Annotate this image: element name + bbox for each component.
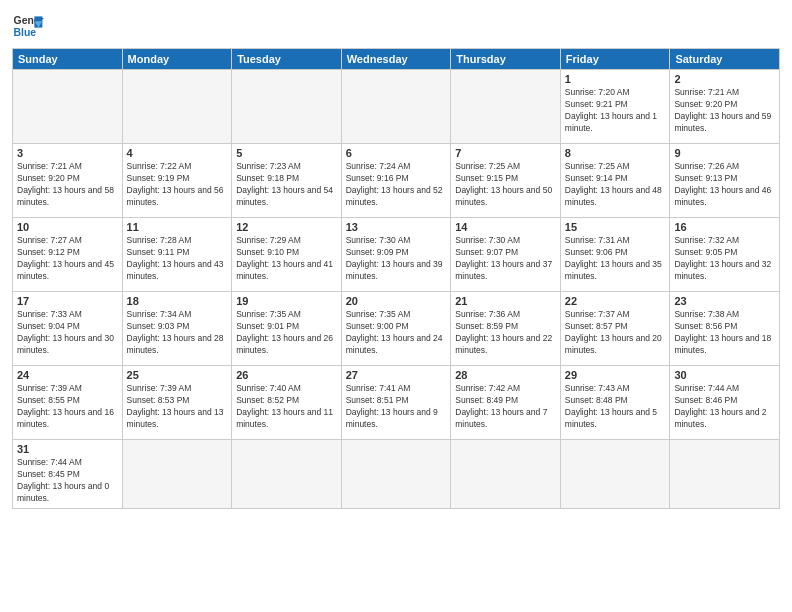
day-info: Sunrise: 7:20 AMSunset: 9:21 PMDaylight:… (565, 87, 666, 135)
calendar-cell: 24Sunrise: 7:39 AMSunset: 8:55 PMDayligh… (13, 366, 123, 440)
calendar-cell (232, 70, 342, 144)
day-number: 30 (674, 369, 775, 381)
calendar-cell: 13Sunrise: 7:30 AMSunset: 9:09 PMDayligh… (341, 218, 451, 292)
day-info: Sunrise: 7:27 AMSunset: 9:12 PMDaylight:… (17, 235, 118, 283)
day-number: 12 (236, 221, 337, 233)
calendar-cell: 29Sunrise: 7:43 AMSunset: 8:48 PMDayligh… (560, 366, 670, 440)
week-row-2: 3Sunrise: 7:21 AMSunset: 9:20 PMDaylight… (13, 144, 780, 218)
weekday-header-friday: Friday (560, 49, 670, 70)
calendar-cell (451, 70, 561, 144)
calendar-cell (451, 440, 561, 509)
day-number: 20 (346, 295, 447, 307)
day-info: Sunrise: 7:34 AMSunset: 9:03 PMDaylight:… (127, 309, 228, 357)
calendar-cell: 3Sunrise: 7:21 AMSunset: 9:20 PMDaylight… (13, 144, 123, 218)
day-info: Sunrise: 7:25 AMSunset: 9:14 PMDaylight:… (565, 161, 666, 209)
day-info: Sunrise: 7:23 AMSunset: 9:18 PMDaylight:… (236, 161, 337, 209)
day-number: 29 (565, 369, 666, 381)
day-info: Sunrise: 7:30 AMSunset: 9:07 PMDaylight:… (455, 235, 556, 283)
calendar-cell (13, 70, 123, 144)
day-number: 5 (236, 147, 337, 159)
calendar-cell: 6Sunrise: 7:24 AMSunset: 9:16 PMDaylight… (341, 144, 451, 218)
calendar-cell: 1Sunrise: 7:20 AMSunset: 9:21 PMDaylight… (560, 70, 670, 144)
day-number: 6 (346, 147, 447, 159)
day-number: 22 (565, 295, 666, 307)
day-info: Sunrise: 7:40 AMSunset: 8:52 PMDaylight:… (236, 383, 337, 431)
calendar-cell: 23Sunrise: 7:38 AMSunset: 8:56 PMDayligh… (670, 292, 780, 366)
day-info: Sunrise: 7:21 AMSunset: 9:20 PMDaylight:… (17, 161, 118, 209)
day-info: Sunrise: 7:42 AMSunset: 8:49 PMDaylight:… (455, 383, 556, 431)
day-info: Sunrise: 7:35 AMSunset: 9:00 PMDaylight:… (346, 309, 447, 357)
calendar-table: SundayMondayTuesdayWednesdayThursdayFrid… (12, 48, 780, 509)
calendar-cell: 10Sunrise: 7:27 AMSunset: 9:12 PMDayligh… (13, 218, 123, 292)
day-number: 31 (17, 443, 118, 455)
day-number: 10 (17, 221, 118, 233)
day-info: Sunrise: 7:31 AMSunset: 9:06 PMDaylight:… (565, 235, 666, 283)
calendar-cell: 14Sunrise: 7:30 AMSunset: 9:07 PMDayligh… (451, 218, 561, 292)
calendar-cell: 22Sunrise: 7:37 AMSunset: 8:57 PMDayligh… (560, 292, 670, 366)
week-row-6: 31Sunrise: 7:44 AMSunset: 8:45 PMDayligh… (13, 440, 780, 509)
day-number: 24 (17, 369, 118, 381)
day-number: 19 (236, 295, 337, 307)
calendar-cell: 8Sunrise: 7:25 AMSunset: 9:14 PMDaylight… (560, 144, 670, 218)
day-number: 21 (455, 295, 556, 307)
day-number: 8 (565, 147, 666, 159)
day-number: 27 (346, 369, 447, 381)
weekday-header-wednesday: Wednesday (341, 49, 451, 70)
day-info: Sunrise: 7:44 AMSunset: 8:46 PMDaylight:… (674, 383, 775, 431)
day-info: Sunrise: 7:29 AMSunset: 9:10 PMDaylight:… (236, 235, 337, 283)
calendar-cell: 5Sunrise: 7:23 AMSunset: 9:18 PMDaylight… (232, 144, 342, 218)
weekday-header-monday: Monday (122, 49, 232, 70)
day-info: Sunrise: 7:35 AMSunset: 9:01 PMDaylight:… (236, 309, 337, 357)
day-number: 13 (346, 221, 447, 233)
calendar-cell: 4Sunrise: 7:22 AMSunset: 9:19 PMDaylight… (122, 144, 232, 218)
weekday-header-saturday: Saturday (670, 49, 780, 70)
week-row-5: 24Sunrise: 7:39 AMSunset: 8:55 PMDayligh… (13, 366, 780, 440)
day-number: 16 (674, 221, 775, 233)
week-row-1: 1Sunrise: 7:20 AMSunset: 9:21 PMDaylight… (13, 70, 780, 144)
calendar-cell: 2Sunrise: 7:21 AMSunset: 9:20 PMDaylight… (670, 70, 780, 144)
calendar-cell: 30Sunrise: 7:44 AMSunset: 8:46 PMDayligh… (670, 366, 780, 440)
day-number: 15 (565, 221, 666, 233)
day-info: Sunrise: 7:37 AMSunset: 8:57 PMDaylight:… (565, 309, 666, 357)
day-info: Sunrise: 7:25 AMSunset: 9:15 PMDaylight:… (455, 161, 556, 209)
weekday-header-tuesday: Tuesday (232, 49, 342, 70)
calendar-cell: 27Sunrise: 7:41 AMSunset: 8:51 PMDayligh… (341, 366, 451, 440)
day-number: 17 (17, 295, 118, 307)
weekday-header-row: SundayMondayTuesdayWednesdayThursdayFrid… (13, 49, 780, 70)
calendar-cell (122, 440, 232, 509)
calendar-cell: 11Sunrise: 7:28 AMSunset: 9:11 PMDayligh… (122, 218, 232, 292)
calendar-cell: 17Sunrise: 7:33 AMSunset: 9:04 PMDayligh… (13, 292, 123, 366)
day-info: Sunrise: 7:44 AMSunset: 8:45 PMDaylight:… (17, 457, 118, 505)
weekday-header-sunday: Sunday (13, 49, 123, 70)
day-number: 7 (455, 147, 556, 159)
calendar-cell (670, 440, 780, 509)
header: General Blue (12, 10, 780, 42)
calendar-cell: 19Sunrise: 7:35 AMSunset: 9:01 PMDayligh… (232, 292, 342, 366)
day-number: 18 (127, 295, 228, 307)
day-info: Sunrise: 7:33 AMSunset: 9:04 PMDaylight:… (17, 309, 118, 357)
day-info: Sunrise: 7:39 AMSunset: 8:53 PMDaylight:… (127, 383, 228, 431)
calendar-cell: 21Sunrise: 7:36 AMSunset: 8:59 PMDayligh… (451, 292, 561, 366)
calendar-cell: 20Sunrise: 7:35 AMSunset: 9:00 PMDayligh… (341, 292, 451, 366)
svg-text:Blue: Blue (14, 27, 37, 38)
day-number: 4 (127, 147, 228, 159)
calendar-cell: 25Sunrise: 7:39 AMSunset: 8:53 PMDayligh… (122, 366, 232, 440)
calendar-cell (341, 440, 451, 509)
day-number: 25 (127, 369, 228, 381)
calendar-cell: 31Sunrise: 7:44 AMSunset: 8:45 PMDayligh… (13, 440, 123, 509)
day-info: Sunrise: 7:39 AMSunset: 8:55 PMDaylight:… (17, 383, 118, 431)
day-info: Sunrise: 7:28 AMSunset: 9:11 PMDaylight:… (127, 235, 228, 283)
week-row-4: 17Sunrise: 7:33 AMSunset: 9:04 PMDayligh… (13, 292, 780, 366)
day-info: Sunrise: 7:41 AMSunset: 8:51 PMDaylight:… (346, 383, 447, 431)
weekday-header-thursday: Thursday (451, 49, 561, 70)
logo-icon: General Blue (12, 10, 44, 42)
day-number: 14 (455, 221, 556, 233)
day-number: 3 (17, 147, 118, 159)
day-info: Sunrise: 7:21 AMSunset: 9:20 PMDaylight:… (674, 87, 775, 135)
calendar-cell: 9Sunrise: 7:26 AMSunset: 9:13 PMDaylight… (670, 144, 780, 218)
day-info: Sunrise: 7:30 AMSunset: 9:09 PMDaylight:… (346, 235, 447, 283)
calendar-cell (341, 70, 451, 144)
calendar-page: General Blue SundayMondayTuesdayWednesda… (0, 0, 792, 612)
day-info: Sunrise: 7:43 AMSunset: 8:48 PMDaylight:… (565, 383, 666, 431)
calendar-cell: 12Sunrise: 7:29 AMSunset: 9:10 PMDayligh… (232, 218, 342, 292)
